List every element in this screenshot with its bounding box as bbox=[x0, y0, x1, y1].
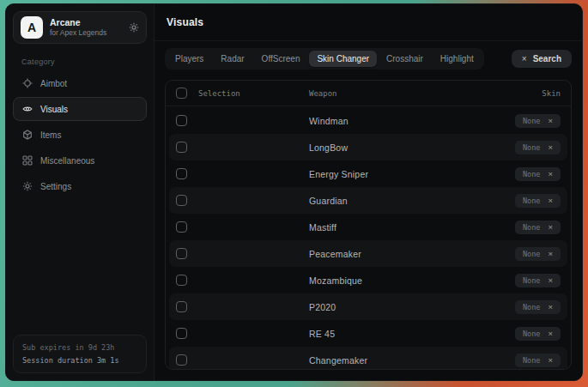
table-row: RE 45 None × bbox=[169, 320, 567, 347]
gear-icon bbox=[22, 181, 33, 191]
tab-bar: PlayersRadarOffScreenSkin ChangerCrossha… bbox=[165, 48, 484, 70]
gear-icon[interactable] bbox=[129, 22, 139, 33]
remove-skin-icon[interactable]: × bbox=[548, 276, 553, 285]
search-button-label: Search bbox=[533, 54, 561, 63]
skin-value: None bbox=[523, 330, 540, 338]
tab-highlight[interactable]: Highlight bbox=[433, 51, 482, 67]
skin-badge[interactable]: None × bbox=[515, 274, 561, 287]
sidebar-item-settings[interactable]: Settings bbox=[13, 174, 147, 198]
weapon-name: LongBow bbox=[309, 142, 488, 153]
remove-skin-icon[interactable]: × bbox=[548, 330, 553, 338]
remove-skin-icon[interactable]: × bbox=[548, 303, 553, 311]
row-checkbox[interactable] bbox=[176, 142, 187, 153]
skin-value: None bbox=[523, 356, 540, 365]
sidebar-item-label: Miscellaneous bbox=[40, 156, 94, 166]
row-checkbox[interactable] bbox=[176, 301, 187, 312]
skin-badge[interactable]: None × bbox=[515, 247, 561, 261]
skin-changer-table: Selection Weapon Skin Windman None × Lon… bbox=[165, 80, 572, 370]
sidebar-item-miscellaneous[interactable]: Miscellaneous bbox=[13, 148, 147, 172]
app-subtitle: for Apex Legends bbox=[50, 28, 122, 38]
search-clear-icon: × bbox=[522, 54, 527, 63]
remove-skin-icon[interactable]: × bbox=[548, 356, 553, 365]
sub-expires-text: Sub expires in 9d 23h bbox=[22, 342, 137, 354]
row-checkbox[interactable] bbox=[176, 248, 187, 259]
subscription-card: Sub expires in 9d 23h Session duration 3… bbox=[13, 335, 147, 373]
skin-badge[interactable]: None × bbox=[515, 194, 561, 208]
table-row: Energy Sniper None × bbox=[169, 160, 567, 187]
main-panel: Visuals PlayersRadarOffScreenSkin Change… bbox=[155, 4, 582, 380]
skin-value: None bbox=[523, 197, 540, 205]
column-skin: Skin bbox=[542, 89, 561, 98]
select-all-checkbox[interactable] bbox=[176, 88, 187, 99]
app-header-card: A Arcane for Apex Legends bbox=[13, 11, 147, 44]
weapon-name: Mastiff bbox=[309, 222, 488, 233]
session-duration-text: Session duration 3m 1s bbox=[22, 354, 137, 366]
table-row: Guardian None × bbox=[169, 187, 567, 214]
skin-badge[interactable]: None × bbox=[515, 141, 561, 154]
skin-badge[interactable]: None × bbox=[515, 114, 561, 128]
sidebar-nav: Aimbot Visuals Items Miscellaneous Setti… bbox=[6, 71, 154, 198]
tab-offscreen[interactable]: OffScreen bbox=[254, 51, 308, 67]
table-row: P2020 None × bbox=[169, 293, 567, 320]
row-checkbox[interactable] bbox=[176, 115, 187, 126]
main-header: Visuals bbox=[155, 4, 582, 41]
cube-icon bbox=[22, 130, 33, 140]
tab-radar[interactable]: Radar bbox=[213, 51, 252, 67]
app-logo: A bbox=[21, 16, 43, 39]
row-checkbox[interactable] bbox=[176, 195, 187, 206]
remove-skin-icon[interactable]: × bbox=[548, 170, 553, 178]
row-checkbox[interactable] bbox=[176, 168, 187, 179]
skin-value: None bbox=[523, 117, 540, 125]
weapon-name: RE 45 bbox=[309, 329, 488, 339]
weapon-name: Mozambique bbox=[309, 275, 488, 286]
category-label: Category bbox=[21, 57, 154, 66]
remove-skin-icon[interactable]: × bbox=[548, 223, 553, 232]
tab-crosshair[interactable]: Crosshair bbox=[379, 51, 431, 67]
skin-value: None bbox=[523, 276, 540, 285]
search-button[interactable]: × Search bbox=[512, 50, 572, 68]
skin-value: None bbox=[523, 250, 540, 258]
sidebar-item-visuals[interactable]: Visuals bbox=[13, 97, 147, 121]
row-checkbox[interactable] bbox=[176, 275, 187, 286]
crosshair-icon bbox=[22, 78, 33, 88]
weapon-name: Changemaker bbox=[309, 355, 488, 366]
skin-badge[interactable]: None × bbox=[515, 327, 561, 341]
skin-value: None bbox=[523, 223, 540, 232]
sidebar-item-items[interactable]: Items bbox=[13, 123, 147, 147]
remove-skin-icon[interactable]: × bbox=[548, 117, 553, 125]
remove-skin-icon[interactable]: × bbox=[548, 197, 553, 205]
eye-icon bbox=[22, 104, 33, 114]
sidebar-item-label: Items bbox=[40, 130, 61, 140]
table-row: Changemaker None × bbox=[169, 347, 567, 370]
skin-badge[interactable]: None × bbox=[515, 167, 561, 181]
table-body: Windman None × LongBow None × Energy Sni… bbox=[166, 106, 571, 370]
sidebar: A Arcane for Apex Legends Category Aimbo… bbox=[6, 4, 155, 380]
skin-value: None bbox=[523, 303, 540, 311]
page-title: Visuals bbox=[167, 16, 203, 28]
row-checkbox[interactable] bbox=[176, 354, 187, 366]
skin-badge[interactable]: None × bbox=[515, 354, 561, 367]
app-meta: Arcane for Apex Legends bbox=[50, 17, 122, 38]
row-checkbox[interactable] bbox=[176, 221, 187, 233]
app-window: A Arcane for Apex Legends Category Aimbo… bbox=[5, 3, 583, 381]
app-title: Arcane bbox=[50, 17, 122, 28]
tab-skin-changer[interactable]: Skin Changer bbox=[309, 51, 377, 67]
weapon-name: Windman bbox=[309, 116, 488, 126]
table-row: Peacemaker None × bbox=[169, 240, 567, 267]
weapon-name: P2020 bbox=[309, 302, 488, 312]
row-checkbox[interactable] bbox=[176, 328, 187, 339]
column-weapon: Weapon bbox=[309, 89, 482, 98]
tab-players[interactable]: Players bbox=[167, 51, 211, 67]
sidebar-item-label: Visuals bbox=[40, 105, 68, 114]
weapon-name: Peacemaker bbox=[309, 249, 488, 259]
grid-icon bbox=[22, 155, 33, 166]
weapon-name: Guardian bbox=[309, 196, 488, 206]
tabs-row: PlayersRadarOffScreenSkin ChangerCrossha… bbox=[155, 41, 582, 73]
skin-badge[interactable]: None × bbox=[515, 221, 561, 234]
skin-badge[interactable]: None × bbox=[515, 300, 561, 314]
sidebar-item-aimbot[interactable]: Aimbot bbox=[13, 71, 147, 95]
remove-skin-icon[interactable]: × bbox=[548, 250, 553, 258]
remove-skin-icon[interactable]: × bbox=[548, 143, 553, 152]
weapon-name: Energy Sniper bbox=[309, 169, 488, 179]
skin-value: None bbox=[523, 143, 540, 152]
